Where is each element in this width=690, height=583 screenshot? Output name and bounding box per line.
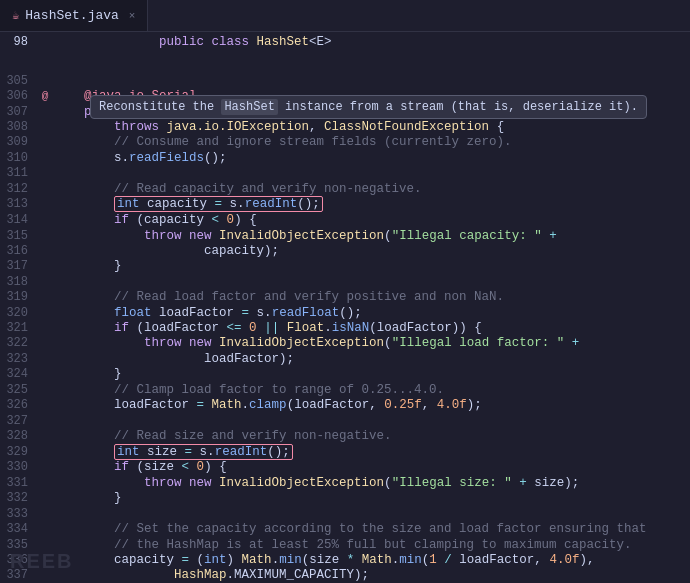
- app-window: ☕ HashSet.java × 98 public class HashSet…: [0, 0, 690, 583]
- line-number: 314: [0, 213, 36, 227]
- line-number: 325: [0, 383, 36, 397]
- code-line: throws java.io.IOException, ClassNotFoun…: [54, 120, 690, 134]
- close-tab-icon[interactable]: ×: [129, 10, 136, 22]
- line-row: 316 capacity);: [0, 243, 690, 258]
- line-row: 326 loadFactor = Math.clamp(loadFactor, …: [0, 397, 690, 412]
- line-row: 337 HashMap.MAXIMUM_CAPACITY);: [0, 568, 690, 583]
- line-number: 322: [0, 336, 36, 350]
- code-line: capacity);: [54, 244, 690, 258]
- line-row: 324 }: [0, 367, 690, 382]
- line-row: 323 loadFactor);: [0, 351, 690, 366]
- line-number: 315: [0, 229, 36, 243]
- line-number: 319: [0, 290, 36, 304]
- tab-label: HashSet.java: [25, 8, 119, 23]
- line-number: 98: [0, 35, 36, 49]
- line-number: 323: [0, 352, 36, 366]
- code-line: }: [54, 491, 690, 505]
- code-line: }: [54, 259, 690, 273]
- line-row: 328 // Read size and verify non-negative…: [0, 428, 690, 443]
- code-line: s.readFields();: [54, 151, 690, 165]
- tooltip-text: Reconstitute the: [99, 100, 221, 114]
- code-line: // Consume and ignore stream fields (cur…: [54, 135, 690, 149]
- tooltip-row: Reconstitute the HashSet instance from a…: [0, 51, 690, 73]
- line-row: 320 float loadFactor = s.readFloat();: [0, 305, 690, 320]
- tab-hashset[interactable]: ☕ HashSet.java ×: [0, 0, 148, 31]
- tab-bar: ☕ HashSet.java ×: [0, 0, 690, 32]
- line-number: 318: [0, 275, 36, 289]
- code-line: [54, 275, 690, 289]
- line-number: 317: [0, 259, 36, 273]
- line-number: 333: [0, 507, 36, 521]
- line-number: 305: [0, 74, 36, 88]
- line-number: 312: [0, 182, 36, 196]
- code-line: int size = s.readInt();: [54, 444, 690, 460]
- line-number: 332: [0, 491, 36, 505]
- tooltip-highlight: HashSet: [221, 99, 277, 115]
- line-row: 327: [0, 413, 690, 428]
- line-number: 321: [0, 321, 36, 335]
- watermark: REEB: [10, 550, 74, 573]
- line-row: 314 if (capacity < 0) {: [0, 212, 690, 227]
- code-line: // Set the capacity according to the siz…: [54, 522, 690, 536]
- code-line: }: [54, 367, 690, 381]
- line-number: 324: [0, 367, 36, 381]
- line-number: 331: [0, 476, 36, 490]
- line-row: 321 if (loadFactor <= 0 || Float.isNaN(l…: [0, 320, 690, 335]
- code-line: HashMap.MAXIMUM_CAPACITY);: [54, 568, 690, 582]
- line-number: 307: [0, 105, 36, 119]
- line-row: 335 // the HashMap is at least 25% full …: [0, 537, 690, 552]
- tooltip-line: Reconstitute the HashSet instance from a…: [54, 41, 690, 83]
- code-line: if (capacity < 0) {: [54, 213, 690, 227]
- line-number: 310: [0, 151, 36, 165]
- code-line: float loadFactor = s.readFloat();: [54, 306, 690, 320]
- line-row-highlighted2: 329 int size = s.readInt();: [0, 444, 690, 460]
- line-row: 330 if (size < 0) {: [0, 460, 690, 475]
- line-row: 325 // Clamp load factor to range of 0.2…: [0, 382, 690, 397]
- gutter-cell: @: [36, 90, 54, 102]
- line-number: 316: [0, 244, 36, 258]
- code-line: // Read load factor and verify positive …: [54, 290, 690, 304]
- line-row: 334 // Set the capacity according to the…: [0, 521, 690, 536]
- line-number: 329: [0, 445, 36, 459]
- editor-body: 98 public class HashSet<E> Reconstitute …: [0, 32, 690, 583]
- line-row: 318: [0, 274, 690, 289]
- line-row: 312 // Read capacity and verify non-nega…: [0, 181, 690, 196]
- tooltip-rest: instance from a stream (that is, deseria…: [278, 100, 638, 114]
- line-row: 336 capacity = (int) Math.min(size * Mat…: [0, 552, 690, 567]
- code-line: int capacity = s.readInt();: [54, 196, 690, 212]
- line-row-highlighted: 313 int capacity = s.readInt();: [0, 196, 690, 212]
- line-row: 322 throw new InvalidObjectException("Il…: [0, 336, 690, 351]
- line-number: 306: [0, 89, 36, 103]
- line-number: 328: [0, 429, 36, 443]
- line-number: 308: [0, 120, 36, 134]
- line-number: 311: [0, 166, 36, 180]
- line-row: 332 }: [0, 491, 690, 506]
- editor-area: 98 public class HashSet<E> Reconstitute …: [0, 32, 690, 583]
- code-line: if (loadFactor <= 0 || Float.isNaN(loadF…: [54, 321, 690, 335]
- line-number: 326: [0, 398, 36, 412]
- line-row: 308 throws java.io.IOException, ClassNot…: [0, 119, 690, 134]
- line-row: 333: [0, 506, 690, 521]
- line-number: 327: [0, 414, 36, 428]
- code-line: // Read size and verify non-negative.: [54, 429, 690, 443]
- code-line: [54, 414, 690, 428]
- line-number: 313: [0, 197, 36, 211]
- code-line: loadFactor);: [54, 352, 690, 366]
- line-number: 309: [0, 135, 36, 149]
- code-line: throw new InvalidObjectException("Illega…: [54, 476, 690, 490]
- line-row: 309 // Consume and ignore stream fields …: [0, 135, 690, 150]
- line-row: 311: [0, 166, 690, 181]
- line-number: 320: [0, 306, 36, 320]
- code-line: throw new InvalidObjectException("Illega…: [54, 336, 690, 350]
- code-line: capacity = (int) Math.min(size * Math.mi…: [54, 553, 690, 567]
- code-line: [54, 507, 690, 521]
- tooltip-popup: Reconstitute the HashSet instance from a…: [90, 95, 647, 119]
- line-row: 310 s.readFields();: [0, 150, 690, 165]
- code-line: if (size < 0) {: [54, 460, 690, 474]
- code-line: // Clamp load factor to range of 0.25...…: [54, 383, 690, 397]
- line-row: 331 throw new InvalidObjectException("Il…: [0, 475, 690, 490]
- code-line: throw new InvalidObjectException("Illega…: [54, 229, 690, 243]
- line-row: 317 }: [0, 259, 690, 274]
- line-row: 315 throw new InvalidObjectException("Il…: [0, 228, 690, 243]
- code-line: // Read capacity and verify non-negative…: [54, 182, 690, 196]
